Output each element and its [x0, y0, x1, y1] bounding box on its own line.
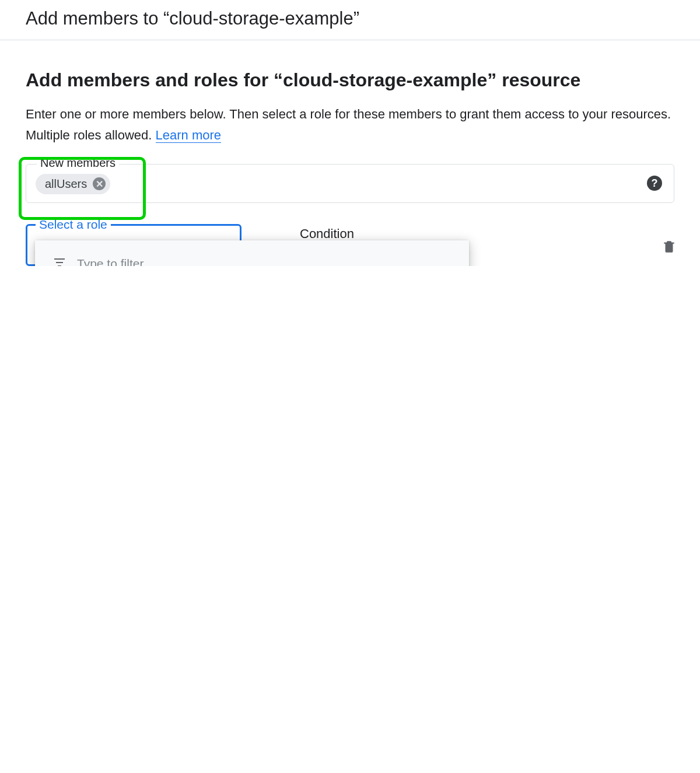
filter-input[interactable] [77, 257, 452, 266]
dialog-title: Add members to “cloud-storage-example” [0, 0, 700, 40]
close-icon[interactable]: ✕ [93, 177, 106, 190]
filter-icon [52, 256, 66, 266]
help-icon[interactable]: ? [647, 176, 662, 191]
section-title: Add members and roles for “cloud-storage… [26, 69, 674, 91]
new-members-legend: New members [37, 156, 119, 170]
filter-bar [35, 240, 469, 266]
section-description: Enter one or more members below. Then se… [26, 104, 674, 146]
trash-icon[interactable] [662, 238, 677, 257]
new-members-field[interactable]: New members allUsers ✕ ? [26, 164, 674, 203]
roles-row: Select a role Condition Cloud Build Clou… [26, 224, 674, 266]
learn-more-link[interactable]: Learn more [156, 128, 222, 143]
dialog-content: Add members and roles for “cloud-storage… [0, 40, 700, 266]
chip-label: allUsers [45, 177, 87, 191]
member-chip[interactable]: allUsers ✕ [36, 174, 110, 194]
role-dropdown: Cloud Build Cloud Composer Cloud Migrati… [35, 240, 469, 266]
description-text: Enter one or more members below. Then se… [26, 107, 671, 142]
new-members-field-wrapper: New members allUsers ✕ ? [26, 164, 674, 203]
select-role-legend: Select a role [36, 218, 111, 232]
condition-label: Condition [300, 224, 354, 242]
